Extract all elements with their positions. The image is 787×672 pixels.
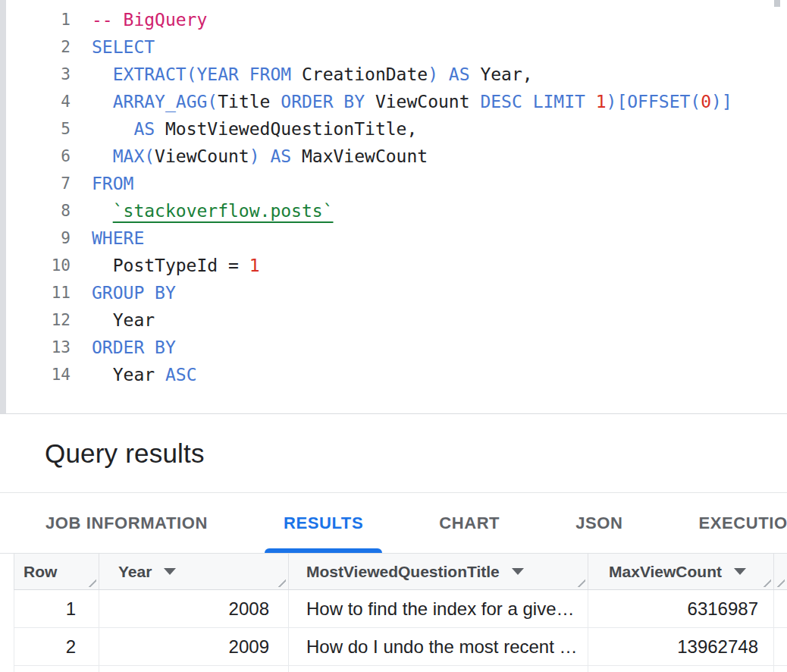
code-line: 3 EXTRACT(YEAR FROM CreationDate) AS Yea… [0, 61, 787, 88]
code-text: EXTRACT(YEAR FROM CreationDate) AS Year, [71, 61, 533, 88]
column-header-max[interactable]: MaxViewCount [588, 554, 774, 589]
tab-results[interactable]: RESULTS [265, 493, 382, 553]
cell-year: 2008 [99, 590, 289, 627]
code-line: 8 `stackoverflow.posts` [0, 197, 787, 225]
results-table-body: 12008How to find the index for a give…63… [14, 590, 787, 672]
sort-dropdown-icon[interactable] [512, 568, 524, 575]
editor-left-scrollbar[interactable] [0, 0, 6, 413]
sql-code-editor[interactable]: 1-- BigQuery2SELECT3 EXTRACT(YEAR FROM C… [0, 0, 787, 414]
column-header-row[interactable]: Row [14, 554, 99, 589]
table-reference-link[interactable]: `stackoverflow.posts` [113, 201, 334, 221]
code-line: 6 MAX(ViewCount) AS MaxViewCount [0, 143, 787, 170]
code-text: Year [71, 306, 155, 334]
code-token: Title [218, 92, 281, 111]
tab-label: CHART [439, 513, 500, 533]
cell-title: How do I undo the most recent … [289, 628, 588, 665]
code-text: GROUP BY [71, 279, 176, 306]
tab-label: RESULTS [284, 513, 363, 533]
column-resize-handle[interactable] [773, 576, 785, 587]
code-line: 13ORDER BY [0, 334, 787, 361]
column-resize-handle[interactable] [574, 576, 585, 587]
table-row: 22009How do I undo the most recent …1396… [14, 628, 787, 666]
editor-vertical-scrollbar-thumb[interactable] [774, 0, 780, 7]
code-token: Year, [480, 64, 532, 84]
column-resize-handle[interactable] [85, 576, 96, 587]
code-token [92, 201, 113, 221]
code-text: ARRAY_AGG(Title ORDER BY ViewCount DESC … [71, 88, 732, 115]
code-token: -- BigQuery [92, 10, 207, 30]
code-line: 9WHERE [0, 225, 787, 252]
code-token [92, 64, 113, 84]
code-token: WHERE [92, 228, 144, 248]
column-header-label: Year [118, 563, 152, 581]
code-text: WHERE [71, 225, 144, 252]
code-line: 14 Year ASC [0, 361, 787, 388]
code-token: )[OFFSET( [607, 92, 701, 111]
column-resize-handle[interactable] [274, 576, 286, 587]
column-resize-handle[interactable] [760, 576, 771, 587]
sort-dropdown-icon[interactable] [164, 568, 176, 575]
code-line: 2SELECT [0, 33, 787, 61]
code-token: ) AS [428, 64, 480, 84]
code-text: -- BigQuery [71, 6, 207, 33]
bigquery-query-panel: 1-- BigQuery2SELECT3 EXTRACT(YEAR FROM C… [0, 0, 787, 672]
line-number: 3 [0, 61, 71, 88]
code-text: FROM [71, 170, 133, 197]
code-token [92, 146, 113, 166]
cell-title: How to find the index for a give… [289, 590, 588, 627]
code-line: 5 AS MostViewedQuestionTitle, [0, 115, 787, 143]
code-text: MAX(ViewCount) AS MaxViewCount [71, 143, 428, 170]
tab-label: JSON [575, 513, 622, 533]
tab-label: JOB INFORMATION [45, 513, 208, 533]
results-table: RowYearMostViewedQuestionTitleMaxViewCou… [14, 554, 787, 672]
line-number: 1 [0, 6, 71, 33]
tab-execution-details[interactable]: EXECUTION DETAILS [679, 493, 787, 553]
results-tab-bar: JOB INFORMATIONRESULTSCHARTJSONEXECUTION… [0, 493, 787, 554]
line-number: 7 [0, 170, 71, 197]
code-token: 0 [701, 92, 711, 111]
code-line: 4 ARRAY_AGG(Title ORDER BY ViewCount DES… [0, 88, 787, 115]
line-number: 4 [0, 88, 71, 115]
column-header-title[interactable]: MostViewedQuestionTitle [289, 554, 588, 589]
code-token: )] [711, 92, 732, 111]
code-token: PostTypeId = [92, 256, 249, 275]
cell-row: 2 [14, 628, 99, 665]
code-token: Year [92, 310, 155, 330]
code-text: AS MostViewedQuestionTitle, [71, 115, 417, 143]
line-number: 11 [0, 279, 71, 306]
code-lines: 1-- BigQuery2SELECT3 EXTRACT(YEAR FROM C… [0, 0, 787, 388]
code-text: PostTypeId = 1 [71, 252, 260, 279]
cell-year: 2009 [99, 628, 289, 665]
code-token: ViewCount [155, 146, 249, 166]
column-header-extra[interactable] [774, 554, 787, 589]
code-token: ORDER BY [92, 338, 176, 357]
query-results-header: Query results [0, 414, 787, 493]
cell-max [588, 666, 774, 672]
code-token: GROUP BY [92, 283, 176, 303]
cell-max: 13962748 [588, 628, 774, 665]
code-token: ASC [165, 365, 197, 385]
results-table-header-row: RowYearMostViewedQuestionTitleMaxViewCou… [14, 554, 787, 590]
tab-json[interactable]: JSON [557, 493, 641, 553]
tab-chart[interactable]: CHART [420, 493, 519, 553]
code-text: ORDER BY [71, 334, 176, 361]
code-line: 12 Year [0, 306, 787, 334]
tab-label: EXECUTION DETAILS [698, 513, 787, 533]
column-header-year[interactable]: Year [99, 554, 289, 589]
code-token: AS [133, 119, 165, 139]
code-text: SELECT [71, 33, 155, 61]
cell-extra [774, 666, 787, 672]
cell-row: 1 [14, 590, 99, 627]
line-number: 6 [0, 143, 71, 170]
code-text: `stackoverflow.posts` [71, 197, 334, 225]
code-token: 1 [596, 92, 607, 111]
code-token: DESC LIMIT [480, 92, 595, 111]
sort-dropdown-icon[interactable] [734, 568, 746, 575]
line-number: 14 [0, 361, 71, 388]
code-text: Year ASC [71, 361, 196, 388]
code-token: FROM [92, 174, 133, 193]
cell-extra [774, 590, 787, 627]
tab-job-information[interactable]: JOB INFORMATION [27, 493, 227, 553]
code-token: MAX( [113, 146, 155, 166]
line-number: 9 [0, 225, 71, 252]
